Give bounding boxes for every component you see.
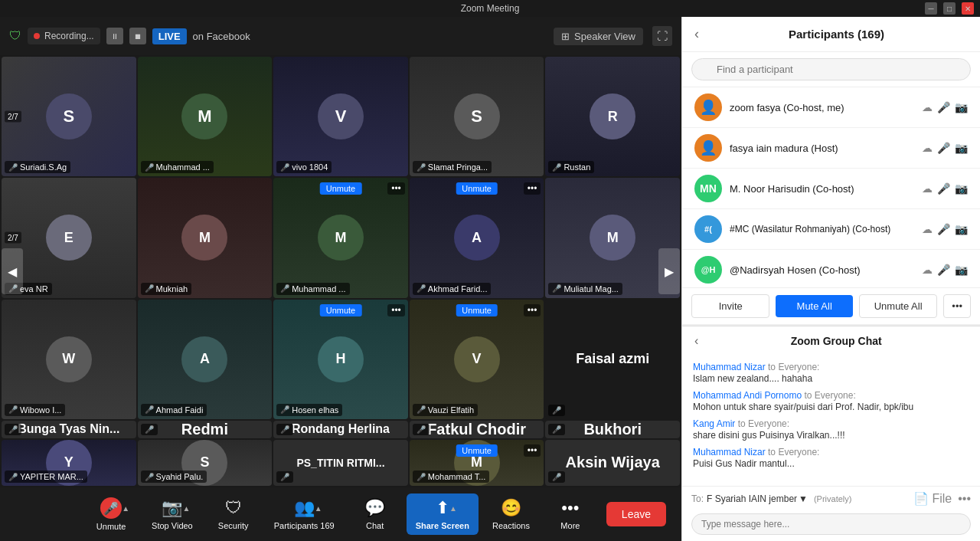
toolbar: 🎤 ▲ Unmute 📷 ▲ Stop Video 🛡 Secur <box>0 487 681 541</box>
dots-btn-14[interactable]: ••• <box>524 304 541 316</box>
maximize-button[interactable]: □ <box>943 2 956 15</box>
video-cell-7: M 🎤 Mukniah <box>138 178 273 297</box>
cell-name-22: 🎤 Syahid Palu. <box>141 471 207 483</box>
cell-text-name-16: Bunga Tyas Nin... <box>18 422 119 436</box>
privacy-label: (Privately) <box>814 494 852 503</box>
cell-name-23: 🎤 <box>276 471 293 483</box>
cell-name-14: 🎤 Vauzi Elfatih <box>413 404 478 416</box>
video-cell-24: M Unmute ••• 🎤 Mohammad T... <box>410 440 544 486</box>
share-screen-button[interactable]: ⬆ ▲ Share Screen <box>407 493 479 535</box>
participant-item-4: #( #MC (Wasilatur Rohmaniyah) (Co-host) … <box>682 209 980 250</box>
speaker-view-button[interactable]: ⊞ Speaker View <box>554 28 643 45</box>
chat-input-area: To: F Syariah IAIN jember ▼ (Privately) … <box>682 486 980 510</box>
video-cell-22: S 🎤 Syahid Palu. <box>138 440 273 486</box>
avatar-3: MN <box>694 175 722 202</box>
close-button[interactable]: ✕ <box>962 2 974 15</box>
more-options-button[interactable]: ••• <box>943 294 971 318</box>
video-cell-15: Faisal azmi 🎤 <box>545 300 680 419</box>
cell-name-24: 🎤 Mohammad T... <box>413 471 490 483</box>
invite-button[interactable]: Invite <box>691 294 769 318</box>
to-label: To: <box>691 493 704 504</box>
dots-btn-13[interactable]: ••• <box>387 304 405 316</box>
unmute-btn-9[interactable]: Unmute <box>456 182 498 195</box>
unmute-button[interactable]: 🎤 ▲ Unmute <box>84 493 138 536</box>
chat-msg-2: Mohammad Andi Pornomo to Everyone: Mohon… <box>693 390 969 412</box>
chat-messages: Muhammad Nizar to Everyone: Islam new ze… <box>682 356 980 486</box>
speaker-view-label: Speaker View <box>574 31 635 42</box>
cell-text-name-17: Redmi <box>181 421 228 438</box>
leave-button[interactable]: Leave <box>606 502 666 526</box>
participant-item-3: MN M. Noor Harisudin (Co-host) ☁ 🎤 📷 <box>682 169 980 209</box>
video-area: 🛡 Recording... ⏸ ⏹ LIVE on Facebook ⊞ Sp… <box>0 17 681 541</box>
cell-text-name-20: Bukhori <box>583 421 642 438</box>
to-selector-dropdown[interactable]: F Syariah IAIN jember ▼ <box>707 493 808 504</box>
panel-actions: Invite Mute All Unmute All ••• <box>682 287 980 325</box>
chat-title: Zoom Group Chat <box>704 335 968 347</box>
chat-header[interactable]: ‹ Zoom Group Chat <box>682 326 980 356</box>
avatar-4: #( <box>694 215 722 243</box>
cell-name-21: 🎤 YAPITER MAR... <box>5 471 87 483</box>
video-grid: ◀ ▶ S 🎤 Suriadi.S.Ag 2/7 M � <box>0 55 681 487</box>
video-cell-12: A 🎤 Ahmad Faidi <box>138 300 273 419</box>
pause-button[interactable]: ⏸ <box>106 28 123 44</box>
cell-name-20: 🎤 <box>548 424 565 435</box>
video-icon-3: 📷 <box>955 182 968 195</box>
cell-text-name-15: Faisal azmi <box>576 351 649 367</box>
unmute-all-button[interactable]: Unmute All <box>859 294 937 318</box>
dots-btn-9[interactable]: ••• <box>524 182 541 195</box>
cell-name-8: 🎤 Muhammad ... <box>276 283 349 295</box>
more-button[interactable]: ••• More <box>544 493 597 535</box>
chat-button[interactable]: 💬 Chat <box>348 493 402 535</box>
video-cell-19: Fatkul Chodir 🎤 <box>410 421 544 438</box>
message-input[interactable] <box>691 513 971 535</box>
participants-panel: ‹ Participants (169) 🔍 👤 zoom fasya (Co-… <box>681 17 980 541</box>
avatar-2: 👤 <box>694 134 722 162</box>
cell-name-4: 🎤 Slamat Pringa... <box>413 161 492 173</box>
unmute-btn-14[interactable]: Unmute <box>456 304 498 316</box>
dots-btn-8[interactable]: ••• <box>387 182 405 195</box>
mic-icon-4: 🎤 <box>937 223 950 235</box>
video-icon-5: 📷 <box>955 264 968 276</box>
chat-panel: ‹ Zoom Group Chat Muhammad Nizar to Ever… <box>682 325 980 541</box>
stop-video-button[interactable]: 📷 ▲ Stop Video <box>142 493 202 535</box>
unmute-btn-8[interactable]: Unmute <box>320 182 362 195</box>
avatar-5: @H <box>694 256 722 284</box>
participant-name-5: @Nadirsyah Hosen (Co-host) <box>730 264 914 276</box>
file-button[interactable]: 📄 File <box>913 491 952 506</box>
facebook-label: on Facebook <box>193 31 250 42</box>
speaker-view-icon: ⊞ <box>561 31 570 42</box>
video-icon-2: 📷 <box>955 142 968 154</box>
titlebar: Zoom Meeting ─ □ ✕ <box>0 0 980 17</box>
participant-name-1: zoom fasya (Co-host, me) <box>730 102 914 113</box>
video-cell-9: A Unmute ••• 🎤 Akhmad Farid... <box>410 178 544 297</box>
search-input[interactable] <box>691 58 971 80</box>
live-badge: LIVE <box>152 28 187 44</box>
reactions-button[interactable]: 😊 Reactions <box>483 493 539 535</box>
cell-name-13: 🎤 Hosen elhas <box>276 404 342 416</box>
mute-all-button[interactable]: Mute All <box>776 295 852 317</box>
search-bar: 🔍 <box>682 52 980 87</box>
dropdown-arrow: ▼ <box>799 493 808 504</box>
nav-left-arrow[interactable]: ◀ <box>2 248 23 294</box>
nav-right-arrow[interactable]: ▶ <box>658 248 680 294</box>
mic-icon-2: 🎤 <box>937 142 950 154</box>
mic-icon-3: 🎤 <box>937 182 950 195</box>
video-cell-11: W 🎤 Wibowo I... <box>2 300 136 419</box>
security-button[interactable]: 🛡 Security <box>207 493 260 535</box>
back-icon[interactable]: ‹ <box>694 26 699 42</box>
panel-header: ‹ Participants (169) <box>682 17 980 52</box>
cell-name-12: 🎤 Ahmad Faidi <box>141 404 207 416</box>
fullscreen-button[interactable]: ⛶ <box>652 26 672 46</box>
panel-title: Participants (169) <box>705 28 968 41</box>
unmute-btn-24[interactable]: Unmute <box>456 444 498 457</box>
minimize-button[interactable]: ─ <box>925 2 937 15</box>
video-cell-18: Rondang Herlina 🎤 <box>273 421 408 438</box>
more-chat-button[interactable]: ••• <box>958 492 971 506</box>
participants-button[interactable]: 👥 ▲ Participants 169 <box>265 493 344 535</box>
stop-button[interactable]: ⏹ <box>129 28 146 44</box>
video-cell-14: V Unmute ••• 🎤 Vauzi Elfatih <box>410 300 544 419</box>
dots-btn-24[interactable]: ••• <box>524 444 541 457</box>
cell-name-17: 🎤 <box>141 424 158 435</box>
unmute-btn-13[interactable]: Unmute <box>320 304 362 316</box>
participant-item-2: 👤 fasya iain madura (Host) ☁ 🎤 📷 <box>682 128 980 169</box>
